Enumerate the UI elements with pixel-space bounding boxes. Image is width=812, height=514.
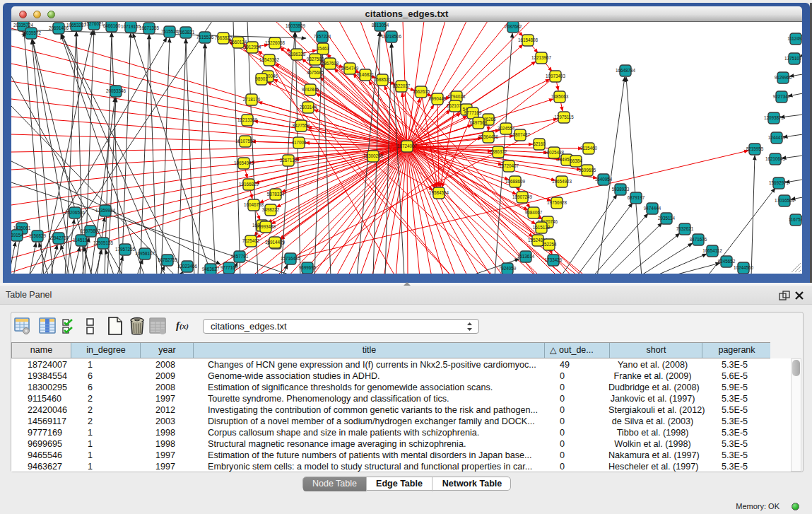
svg-text:7632621: 7632621 bbox=[676, 226, 694, 231]
svg-text:16046788: 16046788 bbox=[244, 202, 264, 207]
svg-text:1145194: 1145194 bbox=[73, 238, 90, 243]
svg-text:2935114: 2935114 bbox=[658, 216, 676, 221]
svg-text:10973493: 10973493 bbox=[546, 74, 566, 78]
svg-text:7663821: 7663821 bbox=[177, 30, 195, 35]
svg-text:7386372: 7386372 bbox=[490, 149, 507, 154]
svg-text:9129966: 9129966 bbox=[775, 75, 792, 80]
svg-text:1562615: 1562615 bbox=[413, 89, 430, 94]
svg-text:8186328: 8186328 bbox=[288, 52, 306, 57]
svg-text:8454749: 8454749 bbox=[341, 66, 359, 71]
svg-text:20364436: 20364436 bbox=[478, 134, 499, 139]
svg-text:252254: 252254 bbox=[541, 242, 557, 247]
svg-text:16543362: 16543362 bbox=[259, 57, 280, 62]
svg-text:9777169: 9777169 bbox=[220, 265, 238, 270]
svg-text:10719155: 10719155 bbox=[121, 24, 141, 29]
svg-text:8813054: 8813054 bbox=[372, 23, 389, 28]
svg-text:7625402: 7625402 bbox=[242, 238, 260, 243]
svg-text:16782759: 16782759 bbox=[158, 257, 178, 262]
svg-text:8660124: 8660124 bbox=[230, 40, 247, 45]
svg-text:6794028: 6794028 bbox=[448, 94, 466, 99]
svg-text:2803144: 2803144 bbox=[300, 105, 317, 110]
svg-text:8322037: 8322037 bbox=[393, 83, 411, 88]
svg-text:19975867: 19975867 bbox=[81, 228, 101, 233]
svg-text:10958107: 10958107 bbox=[135, 251, 155, 256]
svg-text:16154808: 16154808 bbox=[518, 37, 539, 42]
svg-text:15720407: 15720407 bbox=[499, 163, 519, 168]
svg-text:9699695: 9699695 bbox=[579, 168, 596, 173]
svg-text:1588520: 1588520 bbox=[374, 77, 392, 82]
svg-text:16210643: 16210643 bbox=[765, 156, 786, 161]
svg-text:10244560: 10244560 bbox=[734, 265, 754, 270]
svg-text:12093872: 12093872 bbox=[764, 115, 784, 120]
svg-text:3024554: 3024554 bbox=[498, 126, 515, 131]
svg-text:15276021: 15276021 bbox=[84, 22, 105, 26]
svg-text:15716485: 15716485 bbox=[281, 256, 301, 261]
svg-text:20053346: 20053346 bbox=[106, 88, 126, 93]
svg-text:3912954: 3912954 bbox=[244, 45, 261, 49]
svg-text:18300295: 18300295 bbox=[363, 153, 384, 158]
svg-text:9115460: 9115460 bbox=[580, 146, 598, 151]
svg-text:1156829: 1156829 bbox=[29, 233, 47, 238]
svg-text:66384: 66384 bbox=[570, 158, 582, 163]
svg-text:1733426: 1733426 bbox=[545, 257, 563, 262]
svg-text:17957255: 17957255 bbox=[115, 247, 136, 252]
svg-text:2867608: 2867608 bbox=[322, 61, 339, 66]
svg-text:9084067: 9084067 bbox=[525, 210, 543, 215]
svg-text:14035572: 14035572 bbox=[21, 30, 42, 35]
svg-text:10807487: 10807487 bbox=[510, 132, 531, 137]
svg-text:9245652: 9245652 bbox=[718, 259, 736, 264]
svg-text:6466160: 6466160 bbox=[103, 23, 121, 28]
svg-text:2718176: 2718176 bbox=[243, 97, 261, 102]
svg-text:12023466: 12023466 bbox=[177, 264, 198, 269]
svg-text:9777169: 9777169 bbox=[464, 110, 482, 115]
svg-text:20335724: 20335724 bbox=[13, 23, 34, 28]
svg-text:1112492: 1112492 bbox=[787, 36, 802, 41]
svg-text:19584554: 19584554 bbox=[429, 190, 449, 195]
svg-text:9146821: 9146821 bbox=[357, 72, 375, 77]
svg-text:7515536: 7515536 bbox=[196, 35, 214, 40]
svg-text:7357224: 7357224 bbox=[314, 34, 331, 39]
svg-text:12213967: 12213967 bbox=[531, 55, 552, 60]
svg-text:39154: 39154 bbox=[11, 233, 23, 238]
svg-text:10993489: 10993489 bbox=[256, 224, 276, 229]
svg-text:18907249: 18907249 bbox=[512, 194, 533, 199]
svg-text:7515526: 7515526 bbox=[161, 29, 179, 34]
svg-text:16914479: 16914479 bbox=[265, 240, 286, 245]
svg-text:17359924: 17359924 bbox=[95, 208, 116, 213]
svg-text:1640954: 1640954 bbox=[595, 177, 613, 182]
svg-text:19654923: 19654923 bbox=[552, 179, 572, 184]
svg-text:12975115: 12975115 bbox=[554, 115, 574, 119]
svg-text:12213369: 12213369 bbox=[237, 117, 258, 122]
svg-text:16107553: 16107553 bbox=[235, 139, 256, 144]
svg-text:18724007: 18724007 bbox=[397, 144, 418, 148]
svg-text:9242845: 9242845 bbox=[302, 87, 319, 92]
svg-text:17016504: 17016504 bbox=[775, 198, 795, 203]
svg-text:5878334: 5878334 bbox=[267, 192, 285, 197]
svg-text:19166829: 19166829 bbox=[239, 182, 259, 187]
svg-text:5938923: 5938923 bbox=[612, 187, 630, 192]
svg-text:12505135: 12505135 bbox=[93, 240, 114, 245]
svg-text:19654943: 19654943 bbox=[234, 160, 254, 165]
svg-text:16648784: 16648784 bbox=[616, 68, 636, 73]
svg-text:1615132: 1615132 bbox=[533, 225, 551, 230]
svg-text:19218506: 19218506 bbox=[382, 34, 402, 39]
svg-text:7485063: 7485063 bbox=[551, 94, 569, 99]
svg-text:116753: 116753 bbox=[789, 217, 802, 222]
svg-text:3498222: 3498222 bbox=[262, 207, 280, 212]
svg-text:1513614: 1513614 bbox=[517, 254, 535, 259]
svg-text:7924059: 7924059 bbox=[499, 266, 517, 271]
svg-text:8427552: 8427552 bbox=[293, 123, 310, 128]
svg-text:10654112: 10654112 bbox=[702, 248, 722, 253]
svg-text:8990448: 8990448 bbox=[429, 96, 447, 101]
svg-text:12942737: 12942737 bbox=[49, 235, 69, 240]
svg-text:62160: 62160 bbox=[533, 141, 546, 146]
svg-text:6497568: 6497568 bbox=[470, 120, 488, 125]
svg-text:20206536: 20206536 bbox=[65, 210, 86, 215]
svg-text:1244415: 1244415 bbox=[768, 135, 786, 140]
svg-text:9457791: 9457791 bbox=[231, 254, 249, 259]
svg-text:8471676: 8471676 bbox=[690, 237, 707, 242]
svg-text:10025438: 10025438 bbox=[544, 150, 565, 155]
svg-text:9227342: 9227342 bbox=[773, 94, 791, 99]
svg-text:9474444: 9474444 bbox=[644, 206, 661, 211]
svg-text:16671355: 16671355 bbox=[139, 25, 160, 30]
